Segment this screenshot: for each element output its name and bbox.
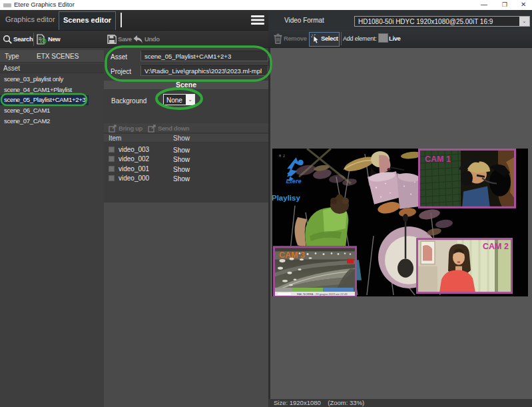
svg-text:CAM 3: CAM 3 bbox=[279, 250, 305, 260]
svg-text:CAM 1: CAM 1 bbox=[425, 155, 451, 164]
svg-text:CAM 2: CAM 2 bbox=[483, 242, 509, 251]
svg-text:M 2: M 2 bbox=[279, 155, 285, 159]
svg-text:Etere: Etere bbox=[286, 177, 301, 185]
svg-text:RAI: NORRA - 23 giugno 2019 or: RAI: NORRA - 23 giugno 2019 ore 22:43 bbox=[297, 292, 348, 296]
svg-text:Playlisy: Playlisy bbox=[272, 194, 300, 202]
